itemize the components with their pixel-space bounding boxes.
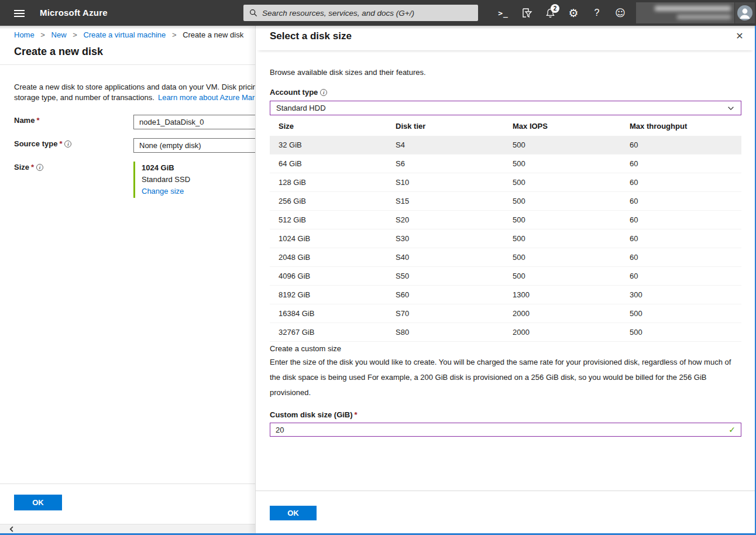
account-type-dropdown[interactable]: Standard HDD — [270, 101, 741, 115]
panel-footer-divider — [256, 491, 755, 491]
disk-size-cell: 60 — [621, 155, 741, 173]
info-icon: i — [320, 89, 327, 96]
disk-size-cell: S60 — [387, 286, 504, 304]
disk-size-cell: 500 — [504, 267, 621, 285]
collapse-chevron-icon[interactable] — [8, 526, 15, 533]
disk-size-cell: 512 GiB — [270, 211, 387, 229]
source-type-label: Source type*i — [14, 139, 71, 148]
disk-size-row[interactable]: 4096 GiBS5050060 — [270, 267, 741, 286]
name-label: Name* — [14, 116, 39, 125]
search-icon — [249, 9, 257, 17]
info-icon: i — [36, 164, 43, 171]
help-icon[interactable]: ? — [585, 0, 609, 26]
required-asterisk: * — [36, 116, 39, 125]
disk-size-cell: 60 — [621, 136, 741, 154]
change-size-link[interactable]: Change size — [142, 186, 190, 197]
page-title: Create a new disk — [14, 46, 103, 58]
learn-more-link[interactable]: Learn more about Azure Mar — [158, 93, 255, 102]
custom-disk-size-field: ✓ — [270, 423, 741, 437]
disk-table-header: SizeDisk tierMax IOPSMax throughput — [270, 117, 741, 136]
global-search[interactable] — [243, 5, 478, 21]
hamburger-menu-icon[interactable] — [7, 6, 32, 19]
disk-size-cell: 60 — [621, 229, 741, 248]
breadcrumb-current: Create a new disk — [183, 30, 243, 39]
disk-size-cell: 500 — [504, 136, 621, 154]
disk-size-cell: 16384 GiB — [270, 304, 387, 323]
notification-badge: 2 — [551, 4, 559, 13]
disk-size-cell: 500 — [621, 323, 741, 341]
avatar-person-icon — [737, 5, 753, 21]
name-input[interactable] — [133, 115, 255, 129]
disk-size-cell: 256 GiB — [270, 192, 387, 210]
disk-size-cell: S30 — [387, 229, 504, 248]
required-asterisk: * — [59, 139, 62, 148]
user-avatar[interactable] — [735, 2, 755, 23]
disk-size-row[interactable]: 8192 GiBS601300300 — [270, 286, 741, 304]
breadcrumb-home[interactable]: Home — [14, 30, 35, 39]
disk-size-cell: 128 GiB — [270, 173, 387, 191]
directory-filter-icon[interactable] — [515, 0, 538, 26]
disk-size-cell: 32 GiB — [270, 136, 387, 154]
disk-size-cell: 500 — [621, 304, 741, 323]
valid-check-icon: ✓ — [728, 425, 736, 434]
page-description: Create a new disk to store applications … — [14, 82, 255, 102]
column-header: Max IOPS — [504, 117, 621, 136]
search-input[interactable] — [262, 9, 472, 18]
custom-disk-size-input[interactable] — [270, 423, 728, 436]
title-divider — [0, 64, 255, 65]
disk-size-row[interactable]: 512 GiBS2050060 — [270, 211, 741, 229]
breadcrumb-create-vm[interactable]: Create a virtual machine — [83, 30, 166, 39]
ok-button-left[interactable]: OK — [14, 495, 62, 510]
settings-gear-icon[interactable]: ⚙ — [562, 0, 585, 26]
description-line-1: Create a new disk to store applications … — [14, 82, 255, 92]
disk-size-cell: 500 — [504, 248, 621, 266]
disk-size-cell: 8192 GiB — [270, 286, 387, 304]
column-header: Max throughput — [621, 117, 741, 136]
size-value: 1024 GiB — [142, 162, 190, 174]
disk-size-cell: 2000 — [504, 323, 621, 341]
azure-portal-screen: Microsoft Azure >_ — [0, 0, 756, 535]
disk-size-cell: 1024 GiB — [270, 229, 387, 248]
source-type-input[interactable] — [133, 138, 255, 153]
disk-size-row[interactable]: 64 GiBS650060 — [270, 155, 741, 173]
disk-size-cell: 2000 — [504, 304, 621, 323]
disk-size-row[interactable]: 16384 GiBS702000500 — [270, 304, 741, 323]
disk-size-cell: 4096 GiB — [270, 267, 387, 285]
disk-size-row[interactable]: 256 GiBS1550060 — [270, 192, 741, 211]
breadcrumb-new[interactable]: New — [51, 30, 67, 39]
disk-size-row[interactable]: 1024 GiBS3050060 — [270, 229, 741, 248]
disk-table-body: 32 GiBS45006064 GiBS650060128 GiBS105006… — [270, 136, 741, 342]
disk-size-cell: 2048 GiB — [270, 248, 387, 266]
required-asterisk: * — [355, 410, 358, 419]
disk-size-cell: 60 — [621, 211, 741, 229]
bottom-collapse-bar — [0, 524, 255, 534]
disk-size-cell: 64 GiB — [270, 155, 387, 173]
disk-size-row[interactable]: 128 GiBS1050060 — [270, 173, 741, 192]
account-type-value: Standard HDD — [276, 104, 727, 112]
size-label: Size*i — [14, 163, 43, 172]
disk-size-cell: S15 — [387, 192, 504, 210]
disk-size-row[interactable]: 32767 GiBS802000500 — [270, 323, 741, 342]
disk-size-cell: 60 — [621, 173, 741, 191]
disk-size-cell: S6 — [387, 155, 504, 173]
disk-size-cell: 300 — [621, 286, 741, 304]
account-info-blurred[interactable] — [636, 2, 734, 23]
feedback-smiley-icon[interactable]: ☺ — [609, 0, 632, 26]
notifications-bell-icon[interactable]: 2 — [538, 0, 562, 26]
disk-size-cell: S40 — [387, 248, 504, 266]
panel-header: Select a disk size ✕ — [256, 26, 755, 50]
cloud-shell-icon[interactable]: >_ — [492, 0, 515, 26]
custom-size-description: Enter the size of the disk you would lik… — [270, 355, 738, 400]
custom-size-title: Create a custom size — [270, 344, 341, 353]
disk-size-cell: S10 — [387, 173, 504, 191]
disk-size-cell: S70 — [387, 304, 504, 323]
ok-button-panel[interactable]: OK — [270, 506, 317, 520]
create-disk-page: Home > New > Create a virtual machine > … — [0, 26, 255, 535]
disk-size-row[interactable]: 32 GiBS450060 — [270, 136, 741, 155]
description-line-2: storage type, and number of transactions… — [14, 92, 255, 103]
portal-title: Microsoft Azure — [40, 8, 108, 18]
disk-size-cell: 500 — [504, 229, 621, 248]
disk-size-cell: 60 — [621, 192, 741, 210]
close-icon[interactable]: ✕ — [733, 29, 747, 43]
disk-size-row[interactable]: 2048 GiBS4050060 — [270, 248, 741, 267]
